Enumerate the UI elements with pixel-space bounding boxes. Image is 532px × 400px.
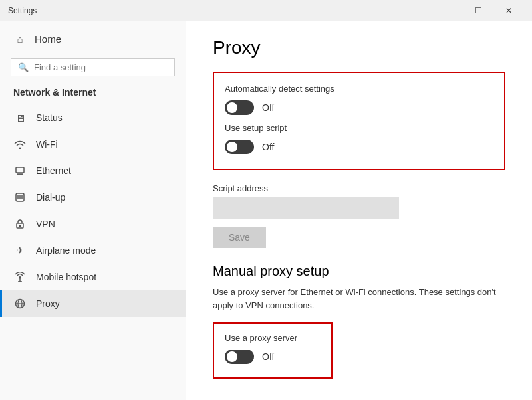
sidebar-item-proxy[interactable]: Proxy bbox=[0, 290, 186, 317]
window-controls: ─ ☐ ✕ bbox=[432, 0, 524, 21]
titlebar: Settings ─ ☐ ✕ bbox=[0, 0, 532, 21]
save-button[interactable]: Save bbox=[213, 227, 266, 248]
script-address-field[interactable] bbox=[213, 197, 399, 219]
sidebar-item-airplane[interactable]: ✈ Airplane mode bbox=[0, 237, 186, 264]
auto-detect-toggle-label: Off bbox=[262, 102, 274, 113]
sidebar-section-title: Network & Internet bbox=[0, 84, 186, 104]
setup-script-toggle-label: Off bbox=[262, 142, 274, 152]
home-label: Home bbox=[35, 33, 61, 45]
auto-proxy-section: Automatically detect settings Off Use se… bbox=[213, 72, 505, 170]
wifi-icon bbox=[13, 138, 27, 151]
vpn-icon bbox=[13, 217, 27, 231]
app-body: ⌂ Home 🔍 Network & Internet 🖥 Status Wi-… bbox=[0, 21, 532, 400]
svg-point-8 bbox=[21, 195, 23, 197]
setup-script-toggle-row: Off bbox=[225, 140, 493, 154]
svg-point-10 bbox=[19, 197, 21, 199]
hotspot-icon bbox=[13, 270, 27, 284]
use-proxy-toggle-row: Off bbox=[225, 350, 321, 364]
use-proxy-toggle[interactable] bbox=[225, 350, 254, 364]
auto-detect-label: Automatically detect settings bbox=[225, 84, 493, 94]
maximize-button[interactable]: ☐ bbox=[463, 0, 493, 21]
svg-point-9 bbox=[17, 197, 19, 199]
ethernet-icon bbox=[13, 164, 27, 177]
use-proxy-section: Use a proxy server Off bbox=[213, 322, 332, 379]
close-button[interactable]: ✕ bbox=[493, 0, 524, 21]
sidebar-label-airplane: Airplane mode bbox=[36, 245, 96, 256]
sidebar-label-proxy: Proxy bbox=[36, 298, 60, 309]
svg-point-7 bbox=[19, 195, 21, 197]
status-icon: 🖥 bbox=[13, 111, 27, 124]
home-icon: ⌂ bbox=[13, 32, 27, 45]
use-proxy-toggle-label: Off bbox=[262, 351, 274, 362]
svg-rect-0 bbox=[16, 167, 24, 173]
svg-point-13 bbox=[19, 225, 21, 227]
sidebar-label-hotspot: Mobile hotspot bbox=[36, 272, 96, 282]
sidebar-label-status: Status bbox=[36, 112, 63, 123]
proxy-icon bbox=[13, 297, 27, 310]
main-content: Proxy Automatically detect settings Off … bbox=[186, 21, 532, 400]
use-proxy-label: Use a proxy server bbox=[225, 333, 321, 343]
sidebar-item-wifi[interactable]: Wi-Fi bbox=[0, 131, 186, 157]
search-icon: 🔍 bbox=[18, 62, 29, 72]
sidebar-label-vpn: VPN bbox=[36, 219, 55, 229]
sidebar-item-ethernet[interactable]: Ethernet bbox=[0, 157, 186, 184]
sidebar-label-dialup: Dial-up bbox=[36, 192, 65, 203]
manual-proxy-desc: Use a proxy server for Ethernet or Wi-Fi… bbox=[213, 286, 505, 312]
sidebar-label-ethernet: Ethernet bbox=[36, 165, 71, 176]
sidebar-item-hotspot[interactable]: Mobile hotspot bbox=[0, 264, 186, 290]
sidebar-label-wifi: Wi-Fi bbox=[36, 139, 58, 150]
address-group: Address bbox=[213, 392, 346, 400]
auto-detect-toggle-row: Off bbox=[225, 100, 493, 115]
sidebar-item-status[interactable]: 🖥 Status bbox=[0, 104, 186, 131]
svg-point-14 bbox=[19, 276, 21, 279]
manual-proxy-title: Manual proxy setup bbox=[213, 264, 505, 279]
svg-point-6 bbox=[17, 195, 19, 197]
sidebar-item-home[interactable]: ⌂ Home bbox=[0, 21, 186, 56]
address-port-row: Address Port bbox=[213, 392, 505, 400]
sidebar-item-dialup[interactable]: Dial-up bbox=[0, 184, 186, 211]
sidebar: ⌂ Home 🔍 Network & Internet 🖥 Status Wi-… bbox=[0, 21, 186, 400]
setup-script-label: Use setup script bbox=[225, 123, 493, 133]
airplane-icon: ✈ bbox=[13, 244, 27, 257]
port-group: Port bbox=[359, 392, 412, 400]
minimize-button[interactable]: ─ bbox=[432, 0, 463, 21]
page-title: Proxy bbox=[213, 37, 505, 58]
app-title: Settings bbox=[8, 6, 37, 15]
search-box[interactable]: 🔍 bbox=[11, 58, 175, 76]
sidebar-item-vpn[interactable]: VPN bbox=[0, 211, 186, 237]
script-address-label: Script address bbox=[213, 183, 505, 193]
auto-detect-toggle[interactable] bbox=[225, 100, 254, 115]
setup-script-toggle[interactable] bbox=[225, 140, 254, 154]
dialup-icon bbox=[13, 191, 27, 204]
search-input[interactable] bbox=[34, 62, 168, 72]
svg-point-11 bbox=[21, 197, 23, 199]
